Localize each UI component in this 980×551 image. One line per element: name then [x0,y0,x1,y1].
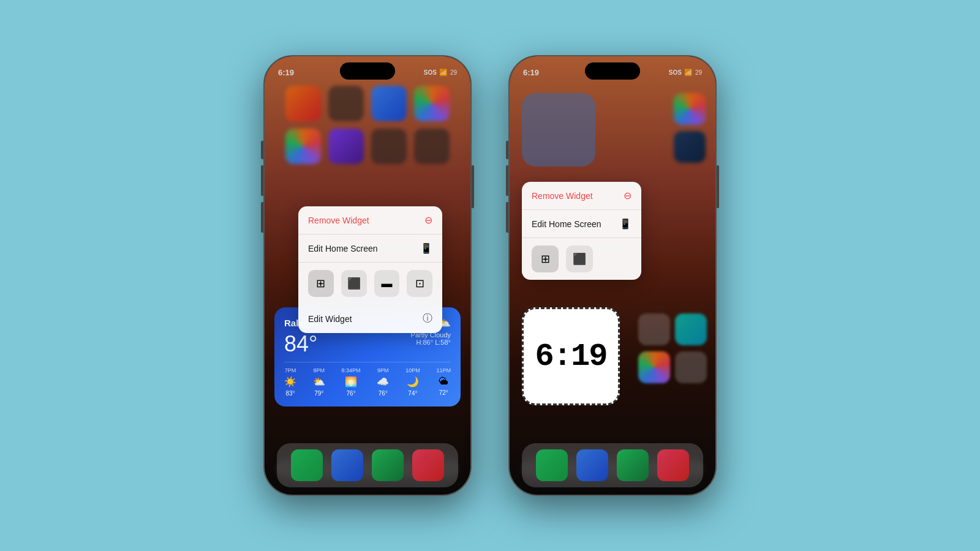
context-menu-left: Remove Widget ⊖ Edit Home Screen 📱 ⊞ ⬛ ▬… [298,206,442,333]
forecast-834pm: 8:34PM 🌅 76° [342,367,361,397]
remove-widget-item-left[interactable]: Remove Widget ⊖ [298,206,442,234]
edit-home-icon-left: 📱 [420,242,432,254]
forecast-10pm: 10PM 🌙 74° [405,367,420,397]
weather-main: 84° Partly Cloudy H:86° L:58° [284,331,451,357]
volume-up-right [506,165,508,196]
size-opt-1[interactable]: ⊞ [308,270,334,297]
forecast-7pm: 7PM ☀️ 83° [284,367,296,397]
weather-forecast: 7PM ☀️ 83° 8PM ⛅ 79° 8:34PM 🌅 76° [284,362,451,397]
edit-widget-label-left: Edit Widget [308,314,352,324]
size-opt-2[interactable]: ⬛ [341,270,367,297]
volume-down-right [506,202,508,233]
power-button-left [472,165,474,208]
mute-button-left [261,141,263,159]
remove-widget-item-right[interactable]: Remove Widget ⊖ [522,182,641,209]
forecast-icon-834pm: 🌅 [345,376,357,388]
forecast-icon-9pm: ☁️ [377,376,389,388]
left-phone: 6:19 SOS 📶 29 [263,55,472,496]
forecast-icon-7pm: ☀️ [284,376,296,388]
left-phone-screen: 6:19 SOS 📶 29 [265,56,470,495]
forecast-icon-8pm: ⛅ [313,376,325,388]
size-opt-3[interactable]: ▬ [374,270,400,297]
right-phone-frame: 6:19 SOS 📶 29 [508,55,717,496]
mute-button-right [506,141,508,159]
remove-widget-label-right: Remove Widget [532,191,593,201]
size-opt-r2[interactable]: ⬛ [566,246,593,272]
size-opt-r1[interactable]: ⊞ [532,246,559,272]
size-options-left: ⊞ ⬛ ▬ ⊡ [298,262,442,304]
forecast-11pm: 11PM 🌥 72° [436,367,451,397]
edit-widget-item-left[interactable]: Edit Widget ⓘ [298,304,442,333]
right-phone-screen: 6:19 SOS 📶 29 [510,56,715,495]
edit-home-icon-right: 📱 [619,218,631,230]
size-opt-4[interactable]: ⊡ [407,270,432,297]
forecast-8pm: 8PM ⛅ 79° [313,367,325,397]
clock-time-display: 6:19 [535,339,607,375]
weather-desc: Partly Cloudy H:86° L:58° [411,331,451,346]
edit-home-screen-label-right: Edit Home Screen [532,219,601,229]
right-phone: 6:19 SOS 📶 29 [508,55,717,496]
weather-temp: 84° [284,331,317,357]
remove-widget-label-left: Remove Widget [308,216,369,225]
edit-home-screen-item-right[interactable]: Edit Home Screen 📱 [522,209,641,238]
forecast-icon-11pm: 🌥 [439,376,448,387]
volume-up-left [261,165,263,196]
edit-home-screen-item-left[interactable]: Edit Home Screen 📱 [298,234,442,262]
left-phone-frame: 6:19 SOS 📶 29 [263,55,472,496]
remove-widget-icon-left: ⊖ [424,214,432,226]
remove-widget-icon-right: ⊖ [624,190,631,201]
volume-down-left [261,202,263,233]
forecast-9pm: 9PM ☁️ 76° [377,367,389,397]
forecast-icon-10pm: 🌙 [407,376,419,388]
context-menu-right: Remove Widget ⊖ Edit Home Screen 📱 ⊞ ⬛ [522,182,641,280]
edit-widget-icon-left: ⓘ [423,312,432,325]
clock-widget-right: 6:19 [522,307,620,405]
size-options-right: ⊞ ⬛ [522,238,641,280]
edit-home-screen-label-left: Edit Home Screen [308,244,378,253]
power-button-right [717,165,719,208]
